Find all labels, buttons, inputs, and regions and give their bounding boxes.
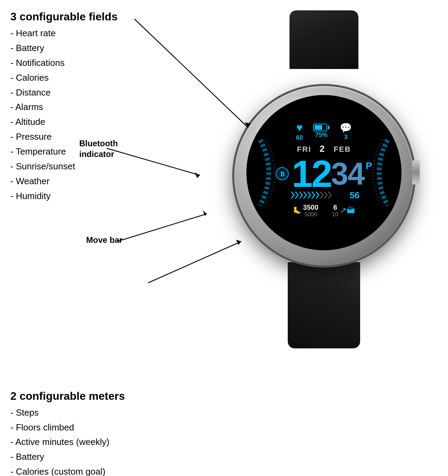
time-ampm: P <box>366 161 372 170</box>
seconds-value: 56 <box>350 190 360 200</box>
time-hour: 12 <box>292 155 331 192</box>
steps-item: 🦶 3500 5000 <box>293 203 318 217</box>
list-item: - Active minutes (weekly) <box>10 435 155 449</box>
list-item: - Sunrise/sunset <box>10 159 155 174</box>
move-bar-svg <box>288 190 344 200</box>
list-item: - Calories <box>10 70 155 85</box>
floors-goal: 10 <box>332 211 338 217</box>
face-content: ♥ 60 75% � <box>246 95 401 250</box>
heart-rate-item: ♥ 60 <box>296 121 303 141</box>
steps-goal: 5000 <box>305 211 317 217</box>
list-item: - Heart rate <box>10 26 155 41</box>
watch-band-top <box>289 10 358 69</box>
watch-face: ♥ 60 75% � <box>246 95 401 250</box>
stairs-icon: ↗🏔 <box>340 206 355 215</box>
section1-list: - Heart rate- Battery- Notifications- Ca… <box>10 26 155 204</box>
date-day: FRI <box>297 145 311 153</box>
watch-crown <box>412 160 420 184</box>
watch-band-bottom <box>288 262 360 348</box>
battery-tip <box>328 126 329 129</box>
svg-marker-3 <box>195 172 200 178</box>
battery-body <box>313 124 327 131</box>
list-item: - Weather <box>10 174 155 189</box>
move-bar <box>288 190 344 200</box>
floors-current: 6 <box>333 203 337 211</box>
list-item: - Floors climbed <box>10 420 155 435</box>
list-item: - Notifications <box>10 56 155 70</box>
section1-title: 3 configurable fields <box>10 10 155 23</box>
left-panel: 3 configurable fields - Heart rate- Batt… <box>10 10 155 476</box>
list-item: - Steps <box>10 405 155 420</box>
battery-icon <box>313 124 329 131</box>
battery-value: 75% <box>315 131 328 139</box>
list-item: - Alarms <box>10 100 155 115</box>
battery-fill <box>315 125 322 130</box>
top-row: ♥ 60 75% � <box>296 121 352 141</box>
notifications-item: 💬 3 <box>340 122 352 140</box>
watch-case: ♥ 60 75% � <box>234 86 414 266</box>
list-item: - Battery <box>10 449 155 464</box>
list-item: - Distance <box>10 85 155 100</box>
date-number: 2 <box>319 143 325 153</box>
steps-icon: 🦶 <box>293 206 302 215</box>
list-item: - Calories (custom goal) <box>10 464 155 476</box>
time-row: ʙ 12 34 P <box>276 155 372 192</box>
bluetooth-indicator: ʙ <box>276 167 289 180</box>
bluetooth-annotation: Bluetoothindicator <box>79 138 118 159</box>
date-month: FEB <box>334 145 351 153</box>
floors-item: 6 10 ↗🏔 <box>332 203 355 217</box>
steps-current: 3500 <box>303 203 318 211</box>
section2-list: - Steps- Floors climbed- Active minutes … <box>10 405 155 476</box>
svg-marker-5 <box>203 210 207 216</box>
move-bar-row: 56 <box>288 190 360 200</box>
watch-container: ♥ 60 75% � <box>210 10 438 348</box>
heart-rate-value: 60 <box>296 134 303 141</box>
battery-item: 75% <box>313 124 329 139</box>
bottom-row: 🦶 3500 5000 6 10 <box>293 203 355 217</box>
chat-icon: 💬 <box>340 122 352 133</box>
time-minutes: 34 <box>331 158 364 189</box>
list-item: - Altitude <box>10 115 155 129</box>
heart-icon: ♥ <box>296 121 303 134</box>
move-bar-annotation: Move bar <box>86 235 122 245</box>
notifications-value: 3 <box>344 133 348 140</box>
list-item: - Humidity <box>10 189 155 204</box>
section2-title: 2 configurable meters <box>10 390 155 403</box>
list-item: - Battery <box>10 41 155 56</box>
